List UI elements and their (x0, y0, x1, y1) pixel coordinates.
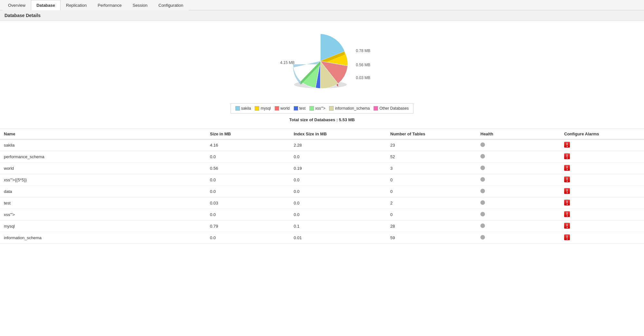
alarm-configure-button[interactable] (564, 200, 570, 205)
health-indicator (480, 200, 485, 205)
cell-size: 0.0 (206, 232, 290, 244)
alarm-configure-button[interactable] (564, 165, 570, 171)
cell-alarm[interactable] (560, 163, 644, 174)
total-label: Total size of Databases : 5.53 MB (289, 117, 355, 122)
tab-session[interactable]: Session (127, 0, 153, 10)
cell-name: xss'">{{5*5}} (0, 174, 206, 186)
legend-label: world (280, 106, 290, 111)
database-table: Name Size in MB Index Size in MB Number … (0, 129, 644, 244)
cell-name: data (0, 186, 206, 197)
health-indicator (480, 154, 485, 159)
legend-color-swatch (374, 106, 378, 111)
legend-label: test (299, 106, 306, 111)
table-row: sakila 4.16 2.28 23 (0, 139, 644, 151)
legend-color-swatch (329, 106, 334, 111)
cell-alarm[interactable] (560, 232, 644, 244)
section-title: Database Details (5, 13, 41, 18)
legend-color-swatch (235, 106, 240, 111)
health-indicator (480, 235, 485, 240)
cell-index-size: 0.1 (290, 221, 386, 232)
alarm-configure-button[interactable] (564, 223, 570, 229)
legend-label: sakila (241, 106, 251, 111)
table-row: information_schema 0.0 0.01 59 (0, 232, 644, 244)
cell-index-size: 0.0 (290, 197, 386, 209)
alarm-configure-button[interactable] (564, 234, 570, 240)
col-header-tables: Number of Tables (386, 129, 477, 140)
col-header-name: Name (0, 129, 206, 140)
cell-size: 0.0 (206, 186, 290, 197)
cell-alarm[interactable] (560, 221, 644, 232)
health-indicator (480, 177, 485, 182)
tab-bar: OverviewDatabaseReplicationPerformanceSe… (0, 0, 644, 10)
cell-health (477, 197, 560, 209)
tab-performance[interactable]: Performance (92, 0, 127, 10)
legend-color-swatch (294, 106, 298, 111)
tab-overview[interactable]: Overview (3, 0, 31, 10)
col-header-health: Health (477, 129, 560, 140)
cell-num-tables: 52 (386, 151, 477, 163)
cell-health (477, 209, 560, 221)
table-header-row: Name Size in MB Index Size in MB Number … (0, 129, 644, 140)
legend-label: information_schema (335, 106, 370, 111)
pie-label-bot-right: 0.03 MB (356, 76, 370, 80)
cell-size: 4.16 (206, 139, 290, 151)
cell-health (477, 221, 560, 232)
cell-size: 0.0 (206, 174, 290, 186)
chart-area: 4.15 MB 0.78 MB 0.56 MB 0.03 MB sakilamy… (0, 21, 644, 129)
cell-size: 0.0 (206, 209, 290, 221)
table-row: data 0.0 0.0 0 (0, 186, 644, 197)
cell-index-size: 0.01 (290, 232, 386, 244)
table-row: world 0.56 0.19 3 (0, 163, 644, 174)
cell-name: world (0, 163, 206, 174)
cell-alarm[interactable] (560, 139, 644, 151)
alarm-configure-button[interactable] (564, 142, 570, 148)
table-row: performance_schema 0.0 0.0 52 (0, 151, 644, 163)
cell-health (477, 151, 560, 163)
alarm-configure-button[interactable] (564, 153, 570, 159)
cell-alarm[interactable] (560, 186, 644, 197)
cell-health (477, 186, 560, 197)
col-header-size: Size in MB (206, 129, 290, 140)
cell-index-size: 0.0 (290, 174, 386, 186)
health-indicator (480, 142, 485, 147)
cell-alarm[interactable] (560, 151, 644, 163)
health-indicator (480, 189, 485, 193)
tab-database[interactable]: Database (31, 0, 61, 10)
cell-alarm[interactable] (560, 209, 644, 221)
legend-color-swatch (309, 106, 314, 111)
cell-health (477, 163, 560, 174)
tab-configuration[interactable]: Configuration (153, 0, 189, 10)
col-header-alarm: Configure Alarms (560, 129, 644, 140)
cell-index-size: 0.0 (290, 209, 386, 221)
cell-alarm[interactable] (560, 197, 644, 209)
table-row: test 0.03 0.0 2 (0, 197, 644, 209)
legend-color-swatch (275, 106, 279, 111)
cell-num-tables: 28 (386, 221, 477, 232)
pie-label-mid-right: 0.56 MB (356, 63, 370, 67)
cell-health (477, 232, 560, 244)
legend-label: Other Databases (379, 106, 409, 111)
table-row: xss'">{{5*5}} 0.0 0.0 0 (0, 174, 644, 186)
cell-size: 0.56 (206, 163, 290, 174)
cell-num-tables: 0 (386, 209, 477, 221)
legend-label: mysql (260, 106, 270, 111)
cell-index-size: 0.0 (290, 151, 386, 163)
cell-name: information_schema (0, 232, 206, 244)
alarm-configure-button[interactable] (564, 211, 570, 217)
cell-health (477, 139, 560, 151)
tab-replication[interactable]: Replication (61, 0, 92, 10)
cell-name: performance_schema (0, 151, 206, 163)
legend-item: world (275, 106, 290, 111)
alarm-configure-button[interactable] (564, 177, 570, 182)
cell-name: mysql (0, 221, 206, 232)
cell-num-tables: 0 (386, 174, 477, 186)
cell-index-size: 0.19 (290, 163, 386, 174)
cell-alarm[interactable] (560, 174, 644, 186)
cell-num-tables: 0 (386, 186, 477, 197)
cell-size: 0.79 (206, 221, 290, 232)
pie-label-top-right: 0.78 MB (356, 49, 370, 53)
cell-index-size: 2.28 (290, 139, 386, 151)
cell-index-size: 0.0 (290, 186, 386, 197)
alarm-configure-button[interactable] (564, 188, 570, 194)
cell-name: xss'"> (0, 209, 206, 221)
